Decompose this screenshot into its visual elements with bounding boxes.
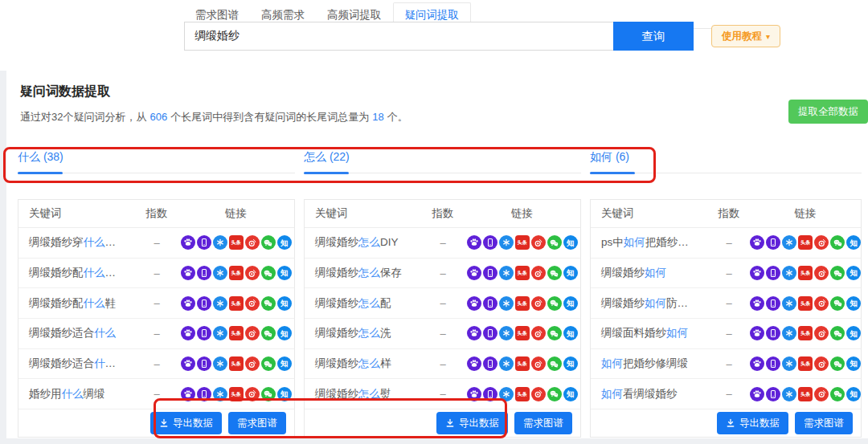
baidu-icon[interactable] bbox=[181, 356, 195, 371]
baidu-icon[interactable] bbox=[467, 326, 481, 340]
weibo-icon[interactable] bbox=[245, 266, 260, 280]
toutiao-icon[interactable]: 头条 bbox=[229, 356, 244, 371]
baidu-icon[interactable] bbox=[467, 387, 481, 401]
keyword-cell[interactable]: 绸缎婚纱怎么配 bbox=[305, 296, 422, 311]
wechat-icon[interactable] bbox=[830, 235, 845, 250]
question-tab-label[interactable]: 如何 (6) bbox=[590, 150, 629, 172]
baidu-mobile-icon[interactable] bbox=[483, 266, 497, 280]
zhihu-icon[interactable]: 知 bbox=[846, 235, 861, 250]
snowflake-icon[interactable] bbox=[213, 266, 227, 280]
zhihu-icon[interactable]: 知 bbox=[563, 235, 578, 250]
toutiao-icon[interactable]: 头条 bbox=[515, 296, 530, 311]
snowflake-icon[interactable] bbox=[499, 387, 514, 401]
toutiao-icon[interactable]: 头条 bbox=[798, 387, 813, 401]
baidu-icon[interactable] bbox=[750, 266, 764, 280]
zhihu-icon[interactable]: 知 bbox=[563, 356, 578, 371]
toutiao-icon[interactable]: 头条 bbox=[229, 296, 244, 311]
weibo-icon[interactable] bbox=[814, 326, 829, 340]
baidu-icon[interactable] bbox=[750, 356, 764, 371]
snowflake-icon[interactable] bbox=[782, 266, 796, 280]
wechat-icon[interactable] bbox=[261, 235, 276, 250]
question-tab-zenme[interactable]: 怎么 (22) bbox=[304, 149, 581, 174]
toutiao-icon[interactable]: 头条 bbox=[798, 326, 813, 340]
weibo-icon[interactable] bbox=[531, 296, 546, 311]
baidu-mobile-icon[interactable] bbox=[766, 266, 780, 280]
baidu-mobile-icon[interactable] bbox=[483, 326, 497, 340]
export-data-button[interactable]: 导出数据 bbox=[150, 412, 222, 434]
baidu-mobile-icon[interactable] bbox=[197, 235, 211, 250]
wechat-icon[interactable] bbox=[547, 356, 562, 371]
baidu-icon[interactable] bbox=[467, 296, 481, 311]
baidu-mobile-icon[interactable] bbox=[197, 326, 211, 340]
toutiao-icon[interactable]: 头条 bbox=[798, 296, 813, 311]
weibo-icon[interactable] bbox=[531, 356, 546, 371]
zhihu-icon[interactable]: 知 bbox=[277, 356, 292, 371]
baidu-mobile-icon[interactable] bbox=[766, 387, 780, 401]
snowflake-icon[interactable] bbox=[499, 326, 514, 340]
snowflake-icon[interactable] bbox=[499, 356, 514, 371]
weibo-icon[interactable] bbox=[814, 356, 829, 371]
zhihu-icon[interactable]: 知 bbox=[846, 356, 861, 371]
keyword-cell[interactable]: 绸缎面料婚纱如何 bbox=[591, 326, 708, 340]
weibo-icon[interactable] bbox=[814, 235, 829, 250]
baidu-icon[interactable] bbox=[181, 296, 195, 311]
wechat-icon[interactable] bbox=[547, 326, 562, 340]
toutiao-icon[interactable]: 头条 bbox=[229, 235, 244, 250]
weibo-icon[interactable] bbox=[245, 356, 260, 371]
keyword-cell[interactable]: 如何把婚纱修绸缎 bbox=[591, 356, 708, 371]
baidu-icon[interactable] bbox=[181, 266, 195, 280]
baidu-mobile-icon[interactable] bbox=[197, 266, 211, 280]
keyword-cell[interactable]: 绸缎婚纱如何防… bbox=[591, 296, 708, 311]
keyword-cell[interactable]: 绸缎婚纱适合什… bbox=[18, 356, 136, 371]
baidu-mobile-icon[interactable] bbox=[766, 235, 780, 250]
wechat-icon[interactable] bbox=[830, 387, 845, 401]
demand-map-button[interactable]: 需求图谱 bbox=[514, 412, 572, 434]
demand-map-button[interactable]: 需求图谱 bbox=[228, 412, 286, 434]
zhihu-icon[interactable]: 知 bbox=[277, 387, 292, 401]
weibo-icon[interactable] bbox=[531, 387, 546, 401]
keyword-cell[interactable]: 绸缎婚纱如何 bbox=[591, 266, 708, 280]
toutiao-icon[interactable]: 头条 bbox=[798, 266, 813, 280]
baidu-mobile-icon[interactable] bbox=[197, 356, 211, 371]
keyword-cell[interactable]: 婚纱用什么绸缎 bbox=[18, 387, 136, 401]
snowflake-icon[interactable] bbox=[213, 387, 227, 401]
snowflake-icon[interactable] bbox=[782, 235, 796, 250]
keyword-cell[interactable]: 绸缎婚纱配什么… bbox=[18, 266, 136, 280]
wechat-icon[interactable] bbox=[547, 387, 562, 401]
question-tab-label[interactable]: 什么 (38) bbox=[18, 150, 63, 172]
baidu-icon[interactable] bbox=[750, 326, 764, 340]
baidu-mobile-icon[interactable] bbox=[766, 356, 780, 371]
snowflake-icon[interactable] bbox=[213, 326, 227, 340]
weibo-icon[interactable] bbox=[245, 387, 260, 401]
baidu-icon[interactable] bbox=[181, 235, 195, 250]
wechat-icon[interactable] bbox=[547, 235, 562, 250]
keyword-cell[interactable]: 绸缎婚纱穿什么… bbox=[18, 235, 136, 250]
question-tab-label[interactable]: 怎么 (22) bbox=[304, 150, 350, 172]
export-data-button[interactable]: 导出数据 bbox=[436, 412, 508, 434]
weibo-icon[interactable] bbox=[245, 326, 260, 340]
extract-all-data-button[interactable]: 提取全部数据 bbox=[788, 100, 868, 124]
wechat-icon[interactable] bbox=[830, 356, 845, 371]
baidu-mobile-icon[interactable] bbox=[483, 235, 497, 250]
zhihu-icon[interactable]: 知 bbox=[277, 235, 292, 250]
wechat-icon[interactable] bbox=[830, 326, 845, 340]
toutiao-icon[interactable]: 头条 bbox=[515, 356, 530, 371]
baidu-mobile-icon[interactable] bbox=[483, 356, 497, 371]
query-button[interactable]: 查询 bbox=[613, 22, 694, 51]
toutiao-icon[interactable]: 头条 bbox=[229, 326, 244, 340]
toutiao-icon[interactable]: 头条 bbox=[798, 235, 813, 250]
snowflake-icon[interactable] bbox=[213, 296, 227, 311]
wechat-icon[interactable] bbox=[261, 326, 276, 340]
baidu-mobile-icon[interactable] bbox=[766, 296, 780, 311]
keyword-cell[interactable]: 绸缎婚纱怎么洗 bbox=[305, 326, 422, 340]
keyword-cell[interactable]: 如何看绸缎婚纱 bbox=[591, 387, 708, 401]
snowflake-icon[interactable] bbox=[782, 296, 796, 311]
wechat-icon[interactable] bbox=[261, 387, 276, 401]
zhihu-icon[interactable]: 知 bbox=[846, 387, 861, 401]
weibo-icon[interactable] bbox=[245, 235, 260, 250]
baidu-icon[interactable] bbox=[467, 235, 481, 250]
snowflake-icon[interactable] bbox=[782, 356, 796, 371]
zhihu-icon[interactable]: 知 bbox=[277, 266, 292, 280]
keyword-cell[interactable]: 绸缎婚纱怎么保存 bbox=[305, 266, 422, 280]
snowflake-icon[interactable] bbox=[782, 326, 796, 340]
